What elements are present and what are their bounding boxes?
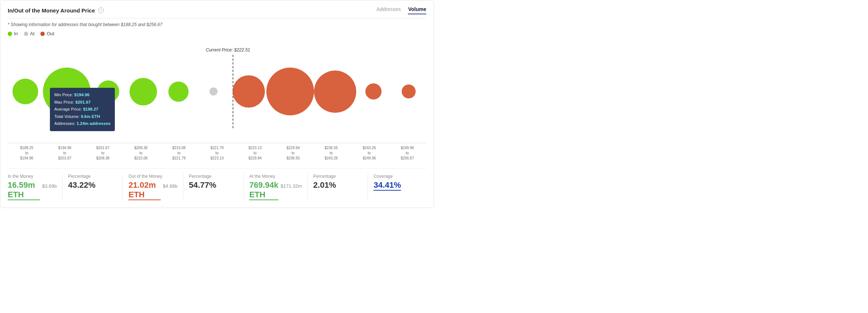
divider-4 xyxy=(243,174,244,200)
chart-legend: In At Out xyxy=(8,31,426,36)
bubble-9 xyxy=(365,83,382,100)
bubble-col-10 xyxy=(391,58,426,125)
tab-addresses[interactable]: Addresses xyxy=(376,6,401,14)
bubble-5 xyxy=(209,87,218,96)
x-label-0: $188.25to$194.96 xyxy=(8,145,46,161)
bubble-col-3 xyxy=(126,58,161,125)
tooltip-vol-label: Total Volume: xyxy=(54,114,80,119)
stat-at-value: 769.94k ETH $171.32m xyxy=(249,180,302,200)
tab-volume[interactable]: Volume xyxy=(408,6,426,14)
tooltip-max-value: $201.67 xyxy=(76,100,91,104)
chart-title: In/Out of the Money Around Price xyxy=(8,7,95,14)
stat-in-main: 16.59m ETH xyxy=(8,180,40,200)
bubble-10 xyxy=(402,84,416,98)
divider-3 xyxy=(183,174,183,200)
stat-at-label: At the Money xyxy=(249,174,302,179)
bubble-col-5 xyxy=(196,58,231,125)
divider-2 xyxy=(123,174,123,200)
stat-in-label: In the Money xyxy=(8,174,57,179)
stat-percent1-label: Percentage xyxy=(68,174,117,179)
x-label-4: $215.08to$221.79 xyxy=(160,145,198,161)
bubble-col-9 xyxy=(356,58,391,125)
tooltip-max-label: Max Price: xyxy=(54,100,74,104)
stat-percent-1: Percentage 43.22% xyxy=(65,174,121,200)
legend-at: At xyxy=(24,31,34,36)
stat-out-value: 21.02m ETH $4.68b xyxy=(128,180,178,200)
stat-percent2-label: Percentage xyxy=(189,174,238,179)
divider-6 xyxy=(368,174,368,200)
x-label-3: $208.38to$215.08 xyxy=(122,145,160,161)
bubble-col-8 xyxy=(314,58,356,125)
tooltip-min-label: Min Price: xyxy=(54,93,73,97)
current-price-label: Current Price: $222.51 xyxy=(206,47,250,53)
stat-out-sub: $4.68b xyxy=(163,183,178,189)
tooltip-avg-value: $198.27 xyxy=(83,107,98,111)
stat-percent-2: Percentage 54.77% xyxy=(185,174,242,200)
chart-area: Current Price: $222.51 xyxy=(8,44,426,139)
bubble-4 xyxy=(168,82,189,102)
stat-at-main: 769.94k ETH xyxy=(249,180,278,200)
legend-label-at: At xyxy=(30,31,34,36)
stats-row: In the Money 16.59m ETH $3.69b Percentag… xyxy=(8,168,426,200)
stat-at-sub: $171.32m xyxy=(281,183,302,189)
bubble-6 xyxy=(233,75,265,108)
x-axis: $188.25to$194.96$194.96to$201.67$201.67t… xyxy=(8,143,426,161)
stat-in-the-money: In the Money 16.59m ETH $3.69b xyxy=(8,174,61,200)
x-label-6: $223.13to$229.84 xyxy=(236,145,274,161)
legend-dot-in xyxy=(8,32,12,36)
bubble-tooltip: Min Price: $194.96 Max Price: $201.67 Av… xyxy=(50,88,115,131)
stat-coverage-main: 34.41% xyxy=(373,180,401,191)
divider-5 xyxy=(307,174,308,200)
legend-out: Out xyxy=(40,31,54,36)
title-area: In/Out of the Money Around Price ? xyxy=(8,7,104,14)
stat-in-sub: $3.69b xyxy=(42,183,57,189)
x-label-1: $194.96to$201.67 xyxy=(46,145,84,161)
stat-percent-3: Percentage 2.01% xyxy=(310,174,366,200)
stat-percent2-main: 54.77% xyxy=(189,180,216,190)
x-label-9: $243.26to$249.96 xyxy=(350,145,389,161)
tooltip-vol-value: 9.6m ETH xyxy=(81,114,100,119)
tab-group: Addresses Volume xyxy=(376,6,426,14)
stat-percent3-main: 2.01% xyxy=(313,180,336,190)
legend-label-in: In xyxy=(14,31,18,36)
stat-in-value: 16.59m ETH $3.69b xyxy=(8,180,57,200)
stat-coverage-value: 34.41% xyxy=(373,180,423,191)
bubble-col-7 xyxy=(266,58,314,125)
x-label-5: $221.79to$223.13 xyxy=(198,145,236,161)
stat-coverage: Coverage 34.41% xyxy=(370,174,426,200)
stat-out-label: Out of the Money xyxy=(128,174,178,179)
x-label-10: $249.96to$256.67 xyxy=(388,145,426,161)
tooltip-min-value: $194.96 xyxy=(74,93,90,97)
legend-dot-at xyxy=(24,32,28,36)
chart-header: In/Out of the Money Around Price ? Addre… xyxy=(8,6,426,18)
x-label-8: $236.55to$243.26 xyxy=(312,145,350,161)
legend-label-out: Out xyxy=(47,31,54,36)
bubble-7 xyxy=(266,68,314,115)
stat-percent1-value: 43.22% xyxy=(68,180,117,190)
bubble-3 xyxy=(130,78,157,105)
x-label-2: $201.67to$208.38 xyxy=(84,145,122,161)
divider-1 xyxy=(62,174,63,200)
chart-subtitle: * Showing information for addresses that… xyxy=(8,22,426,27)
stat-out-main: 21.02m ETH xyxy=(128,180,161,200)
stat-percent3-label: Percentage xyxy=(313,174,362,179)
stat-percent1-main: 43.22% xyxy=(68,180,96,190)
stat-percent3-value: 2.01% xyxy=(313,180,362,190)
stat-at-the-money: At the Money 769.94k ETH $171.32m xyxy=(245,174,305,200)
bubble-8 xyxy=(314,71,356,113)
stat-coverage-label: Coverage xyxy=(373,174,423,179)
bubble-col-4 xyxy=(161,58,196,125)
tooltip-addr-label: Addresses: xyxy=(54,121,76,126)
x-label-7: $229.84to$236.55 xyxy=(274,145,312,161)
help-icon[interactable]: ? xyxy=(98,7,104,13)
stat-percent2-value: 54.77% xyxy=(189,180,238,190)
bubble-col-6 xyxy=(231,58,266,125)
legend-dot-out xyxy=(40,32,45,36)
legend-in: In xyxy=(8,31,18,36)
stat-out-the-money: Out of the Money 21.02m ETH $4.68b xyxy=(125,174,181,200)
tooltip-addr-value: 1.24m addresses xyxy=(77,121,111,126)
tooltip-avg-label: Average Price: xyxy=(54,107,82,111)
bubble-col-0 xyxy=(8,58,43,125)
bubble-0 xyxy=(12,79,38,104)
